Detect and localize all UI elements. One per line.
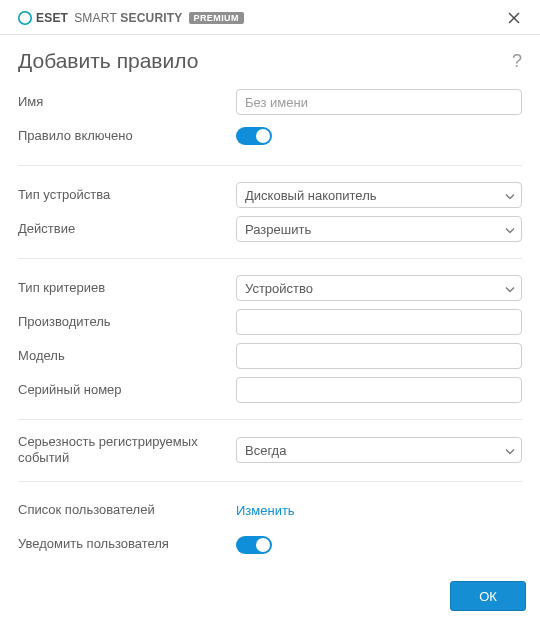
row-model: Модель: [18, 341, 522, 371]
vendor-label: Производитель: [18, 314, 236, 330]
footer: ОК: [0, 571, 540, 625]
brand-name: eset: [36, 11, 68, 25]
device-type-label: Тип устройства: [18, 187, 236, 203]
device-type-select[interactable]: Дисковый накопитель: [236, 182, 522, 208]
serial-label: Серийный номер: [18, 382, 236, 398]
row-criteria-type: Тип критериев Устройство: [18, 273, 522, 303]
chevron-down-icon: [505, 443, 515, 458]
toggle-knob: [256, 538, 270, 552]
chevron-down-icon: [505, 281, 515, 296]
row-vendor: Производитель: [18, 307, 522, 337]
ok-button[interactable]: ОК: [450, 581, 526, 611]
row-device-type: Тип устройства Дисковый накопитель: [18, 180, 522, 210]
model-input[interactable]: [236, 343, 522, 369]
serial-input[interactable]: [236, 377, 522, 403]
notify-user-toggle[interactable]: [236, 536, 272, 554]
brand-product: SMART SECURITY: [74, 11, 182, 25]
row-user-list: Список пользователей Изменить: [18, 496, 522, 526]
page-title: Добавить правило: [18, 49, 198, 73]
name-label: Имя: [18, 94, 236, 110]
brand: eset SMART SECURITY PREMIUM: [18, 11, 244, 25]
brand-product-light: SMART: [74, 11, 120, 25]
dialog-window: eset SMART SECURITY PREMIUM Добавить пра…: [0, 0, 540, 625]
chevron-down-icon: [505, 188, 515, 203]
criteria-type-value: Устройство: [245, 281, 313, 296]
action-value: Разрешить: [245, 222, 311, 237]
row-notify-user: Уведомить пользователя: [18, 530, 522, 560]
name-input[interactable]: [236, 89, 522, 115]
eset-icon: [18, 11, 32, 25]
model-label: Модель: [18, 348, 236, 364]
criteria-type-select[interactable]: Устройство: [236, 275, 522, 301]
titlebar: eset SMART SECURITY PREMIUM: [0, 0, 540, 34]
heading-row: Добавить правило ?: [18, 49, 522, 73]
row-severity: Серьезность регистрируемых событий Всегд…: [18, 434, 522, 467]
divider-3: [18, 419, 522, 420]
user-list-label: Список пользователей: [18, 502, 236, 518]
severity-select[interactable]: Всегда: [236, 437, 522, 463]
action-select[interactable]: Разрешить: [236, 216, 522, 242]
severity-value: Всегда: [245, 443, 286, 458]
notify-user-label: Уведомить пользователя: [18, 536, 236, 552]
enabled-label: Правило включено: [18, 128, 236, 144]
help-button[interactable]: ?: [512, 51, 522, 72]
action-label: Действие: [18, 221, 236, 237]
enabled-toggle[interactable]: [236, 127, 272, 145]
close-button[interactable]: [500, 6, 528, 30]
content-area: Добавить правило ? Имя Правило включено …: [0, 35, 540, 625]
user-list-edit-link[interactable]: Изменить: [236, 503, 295, 518]
brand-logo: eset: [18, 11, 68, 25]
severity-label: Серьезность регистрируемых событий: [18, 434, 236, 467]
chevron-down-icon: [505, 222, 515, 237]
row-action: Действие Разрешить: [18, 214, 522, 244]
device-type-value: Дисковый накопитель: [245, 188, 377, 203]
row-enabled: Правило включено: [18, 121, 522, 151]
row-name: Имя: [18, 87, 522, 117]
toggle-knob: [256, 129, 270, 143]
vendor-input[interactable]: [236, 309, 522, 335]
brand-product-bold: SECURITY: [120, 11, 182, 25]
divider-2: [18, 258, 522, 259]
close-icon: [508, 12, 520, 24]
divider-4: [18, 481, 522, 482]
svg-point-0: [19, 12, 31, 24]
premium-badge: PREMIUM: [189, 12, 244, 24]
row-serial: Серийный номер: [18, 375, 522, 405]
criteria-type-label: Тип критериев: [18, 280, 236, 296]
divider-1: [18, 165, 522, 166]
